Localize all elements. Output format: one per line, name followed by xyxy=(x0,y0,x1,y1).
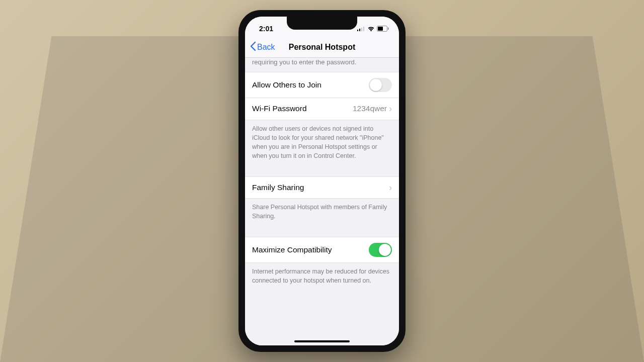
back-button[interactable]: Back xyxy=(250,42,275,53)
allow-others-toggle[interactable] xyxy=(369,78,392,92)
section-gap xyxy=(245,167,399,176)
nav-bar: Back Personal Hotspot xyxy=(245,37,399,58)
phone-screen: 2:01 Back Personal Hotspot xyxy=(245,17,399,345)
allow-others-footer: Allow other users or devices not signed … xyxy=(245,120,399,168)
maximize-compatibility-row[interactable]: Maximize Compatibility xyxy=(245,237,399,263)
chevron-right-icon: › xyxy=(389,104,392,113)
wifi-icon xyxy=(367,26,375,32)
family-sharing-row[interactable]: Family Sharing › xyxy=(245,176,399,199)
phone-frame: 2:01 Back Personal Hotspot xyxy=(238,10,406,352)
cellular-signal-icon xyxy=(357,26,365,31)
back-label: Back xyxy=(257,43,275,52)
wifi-password-label: Wi-Fi Password xyxy=(252,104,307,113)
svg-rect-2 xyxy=(361,28,362,31)
wifi-password-row[interactable]: Wi-Fi Password 1234qwer › xyxy=(245,98,399,120)
wifi-password-value: 1234qwer xyxy=(353,104,387,113)
maximize-compatibility-toggle[interactable] xyxy=(369,243,392,257)
status-indicators xyxy=(357,26,389,32)
svg-rect-1 xyxy=(359,29,360,31)
status-time: 2:01 xyxy=(259,25,273,33)
battery-icon xyxy=(377,26,389,32)
svg-rect-5 xyxy=(378,27,383,31)
home-indicator[interactable] xyxy=(294,340,350,342)
family-sharing-footer: Share Personal Hotspot with members of F… xyxy=(245,199,399,228)
svg-rect-0 xyxy=(357,30,358,31)
section-gap xyxy=(245,228,399,237)
chevron-right-icon: › xyxy=(389,183,392,192)
allow-others-label: Allow Others to Join xyxy=(252,80,321,89)
family-sharing-label: Family Sharing xyxy=(252,183,304,192)
truncated-header-text: requiring you to enter the password. xyxy=(245,58,399,72)
maximize-compatibility-label: Maximize Compatibility xyxy=(252,245,332,254)
toggle-knob xyxy=(379,244,391,256)
svg-rect-6 xyxy=(388,28,389,30)
chevron-left-icon xyxy=(250,42,256,53)
maximize-compatibility-footer: Internet performance may be reduced for … xyxy=(245,263,399,292)
svg-rect-3 xyxy=(363,27,364,31)
scroll-content[interactable]: requiring you to enter the password. All… xyxy=(245,58,399,345)
allow-others-row[interactable]: Allow Others to Join xyxy=(245,72,399,98)
toggle-knob xyxy=(370,79,382,91)
notch xyxy=(287,17,357,30)
